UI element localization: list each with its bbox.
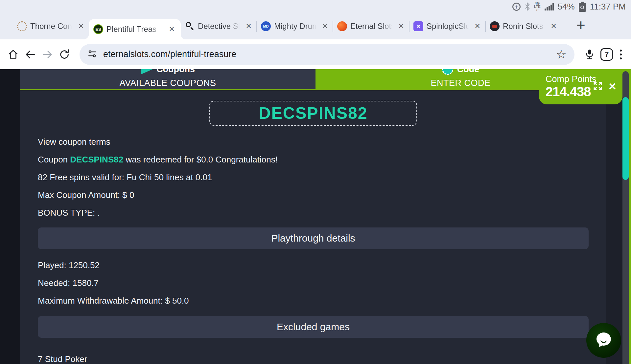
tab-ronin-slots[interactable]: Ronin Slots | S ✕ [486,13,561,39]
tab-switcher-button[interactable]: 7 [598,46,615,63]
ronin-favicon [490,21,500,31]
tab-spinlogic-slots[interactable]: S SpinlogicSlots ✕ [409,13,485,39]
tab-thorne-consulting[interactable]: Thorne Consu ✕ [13,13,89,39]
tab-detective-slots[interactable]: Detective Slot ✕ [181,13,256,39]
excluded-games-button[interactable]: Excluded games [38,316,589,338]
needed-value: Needed: 1580.7 [38,279,589,287]
battery-percentage: 54% [558,2,575,12]
tab-title: Eternal Slots ( [350,22,394,31]
tab-title: Mighty Drums [274,22,317,31]
eternal-favicon [337,21,347,31]
tab-title: Detective Slot [198,22,241,31]
coupon-tab-bar: Coupons AVAILABLE COUPONS Code ENTER COD… [20,69,629,90]
bookmark-star-icon[interactable]: ☆ [556,49,567,60]
view-coupon-terms-link[interactable]: View coupon terms [38,138,589,146]
chat-bubble-icon [594,330,614,351]
battery-icon [579,2,586,12]
back-button[interactable] [22,46,39,63]
tab-title: Plentiful Treas [106,25,164,34]
network-type-icon: 4G LTE ↓↑ [534,2,541,11]
expand-icon[interactable] [592,80,604,93]
signal-strength-icon [545,3,554,11]
data-saver-icon: + [512,3,521,11]
tab-eternal-slots[interactable]: Eternal Slots ( ✕ [333,13,409,39]
available-coupons-label: AVAILABLE COUPONS [119,76,216,89]
home-button[interactable] [5,46,22,63]
tab-title: Ronin Slots | S [503,22,546,31]
tab-available-coupons[interactable]: Coupons AVAILABLE COUPONS [20,69,316,89]
tab-mighty-drums[interactable]: MD Mighty Drums ✕ [257,13,333,39]
screen: + 4G LTE ↓↑ 54% 11:37 PM Thorne Consu ✕ [0,0,631,364]
site-settings-icon[interactable] [87,49,97,60]
tab-title: SpinlogicSlots [427,22,470,31]
comp-points-widget: Comp Points 214.438 ✕ [539,69,622,104]
browser-toolbar: eternalslots.com/plentiful-treasure ☆ 7 [0,39,631,69]
voice-search-icon[interactable] [581,46,598,63]
spinlogic-favicon: S [413,21,423,31]
clock: 11:37 PM [590,2,626,12]
comp-points-label: Comp Points [546,74,596,84]
coupon-code: DECSPINS82 [259,104,367,123]
reload-button[interactable] [56,46,73,63]
played-value: Played: 1250.52 [38,261,589,269]
redeemed-coupon-code: DECSPINS82 [70,155,123,164]
status-bar: + 4G LTE ↓↑ 54% 11:37 PM [0,0,631,13]
eternal-slots-favicon: ES [93,24,103,34]
excluded-game-item: 7 Stud Poker [38,355,589,363]
tab-plentiful-treasure-active[interactable]: ES Plentiful Treas ✕ [89,19,181,39]
page-edge-accent [629,69,631,364]
page-scrollbar-thumb[interactable] [622,97,629,180]
code-small-label: Code [457,69,479,75]
tab-close-icon[interactable]: ✕ [321,21,329,31]
browser-tab-strip: Thorne Consu ✕ ES Plentiful Treas ✕ Dete… [0,13,631,39]
page-scrollbar-track[interactable] [622,71,629,364]
url-text[interactable]: eternalslots.com/plentiful-treasure [103,49,236,59]
tab-close-icon[interactable]: ✕ [549,21,558,31]
comp-points-value: 214.438 [546,84,596,99]
code-chip-icon [442,69,453,75]
tab-close-icon[interactable]: ✕ [473,21,482,31]
coupons-small-label: Coupons [156,69,195,75]
bonus-type: BONUS TYPE: . [38,208,589,217]
max-withdrawable-amount: Maximum Withdrawable Amount: $ 50.0 [38,296,589,305]
menu-button[interactable] [615,50,626,59]
page-content: Coupons AVAILABLE COUPONS Code ENTER COD… [0,69,631,364]
max-coupon-amount: Max Coupon Amount: $ 0 [38,191,589,199]
tab-close-icon[interactable]: ✕ [168,24,176,34]
bluetooth-icon [525,2,530,11]
new-tab-button[interactable]: + [574,17,588,35]
coupon-icon [141,69,152,75]
tab-title: Thorne Consu [30,22,74,31]
page-right-margin [606,91,622,364]
coupon-details: DECSPINS82 View coupon terms Coupon DECS… [20,91,606,364]
coupon-code-box: DECSPINS82 [209,101,417,126]
tab-close-icon[interactable]: ✕ [245,21,253,31]
close-icon[interactable]: ✕ [604,81,620,92]
forward-button[interactable] [39,46,56,63]
wreath-favicon [17,21,27,31]
magnifier-favicon [185,21,195,31]
live-chat-button[interactable] [586,323,621,358]
enter-code-label: ENTER CODE [431,76,490,89]
redeemed-message: Coupon DECSPINS82 was redeemed for $0.0 … [38,155,589,164]
tab-close-icon[interactable]: ✕ [397,21,406,31]
free-spins-info: 82 Free spins valid for: Fu Chi 50 lines… [38,173,589,182]
url-bar[interactable]: eternalslots.com/plentiful-treasure ☆ [80,44,574,65]
tab-close-icon[interactable]: ✕ [77,21,85,31]
page-left-margin [0,69,20,364]
playthrough-details-button[interactable]: Playthrough details [38,227,589,249]
mighty-drums-favicon: MD [261,21,271,31]
